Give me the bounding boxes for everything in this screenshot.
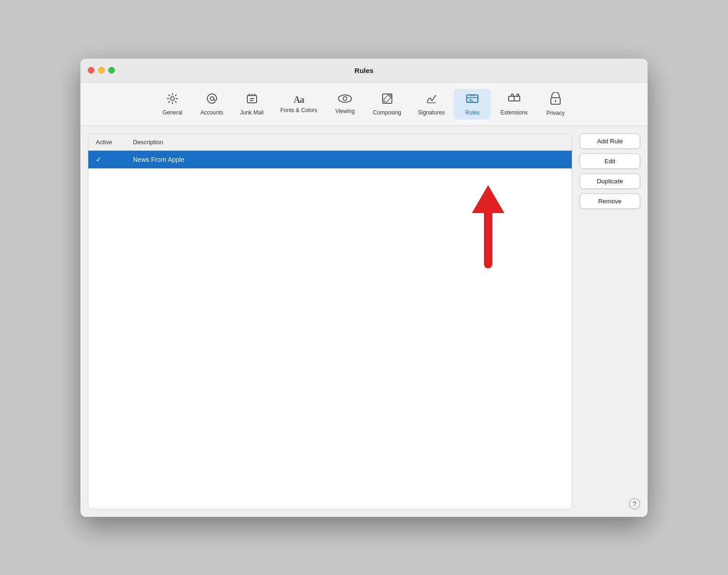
svg-point-8 (338, 95, 351, 102)
title-bar: Rules (80, 59, 648, 83)
general-label: General (163, 109, 183, 116)
toolbar-item-fonts-colors[interactable]: Aa Fonts & Colors (273, 91, 324, 117)
minimize-button[interactable] (98, 67, 105, 74)
rule-description: News From Apple (133, 156, 564, 163)
mail-preferences-window: Rules General Accounts (80, 59, 648, 517)
viewing-label: Viewing (335, 108, 355, 114)
help-button[interactable]: ? (629, 498, 640, 509)
rules-icon (466, 93, 479, 107)
svg-rect-18 (514, 96, 520, 101)
accounts-label: Accounts (200, 109, 223, 116)
composing-label: Composing (373, 109, 401, 116)
table-row[interactable]: ✓ News From Apple (88, 151, 572, 168)
fullscreen-button[interactable] (108, 67, 115, 74)
toolbar-item-junk-mail[interactable]: Junk Mail (232, 89, 271, 120)
fonts-icon: Aa (293, 95, 304, 104)
toolbar-item-viewing[interactable]: Viewing (326, 90, 364, 118)
privacy-label: Privacy (546, 110, 564, 116)
composing-icon (381, 93, 393, 107)
active-checkmark: ✓ (96, 155, 133, 164)
content-area: Active Description ✓ News From Apple Add… (80, 126, 648, 517)
svg-marker-22 (472, 185, 504, 213)
extensions-icon (508, 93, 521, 107)
toolbar-item-general[interactable]: General (154, 89, 191, 120)
rules-label: Rules (465, 109, 480, 116)
signatures-label: Signatures (418, 109, 444, 116)
toolbar-item-rules[interactable]: Rules (454, 89, 491, 120)
junk-mail-label: Junk Mail (240, 109, 264, 116)
duplicate-button[interactable]: Duplicate (580, 174, 640, 189)
toolbar-item-composing[interactable]: Composing (365, 89, 409, 120)
viewing-icon (338, 94, 352, 105)
rules-table: Active Description ✓ News From Apple (88, 134, 572, 509)
svg-point-0 (171, 97, 174, 100)
arrow-annotation (470, 181, 507, 275)
traffic-lights (88, 67, 115, 74)
gear-icon (166, 93, 179, 107)
privacy-icon (549, 92, 562, 107)
svg-point-9 (343, 97, 347, 100)
edit-button[interactable]: Edit (580, 154, 640, 169)
toolbar-item-privacy[interactable]: Privacy (537, 88, 574, 120)
svg-point-1 (210, 97, 214, 100)
window-title: Rules (355, 67, 374, 74)
table-header: Active Description (88, 134, 572, 151)
close-button[interactable] (88, 67, 94, 74)
add-rule-button[interactable]: Add Rule (580, 134, 640, 149)
remove-button[interactable]: Remove (580, 194, 640, 209)
toolbar-item-accounts[interactable]: Accounts (193, 89, 231, 120)
toolbar-item-extensions[interactable]: Extensions (493, 89, 535, 120)
fonts-colors-label: Fonts & Colors (280, 107, 317, 114)
at-icon (206, 93, 218, 107)
sidebar-buttons: Add Rule Edit Duplicate Remove (580, 134, 640, 509)
toolbar: General Accounts (80, 83, 648, 126)
extensions-label: Extensions (500, 109, 528, 116)
col-active-header: Active (96, 139, 133, 146)
junk-mail-icon (246, 93, 258, 107)
signatures-icon (425, 93, 437, 107)
svg-rect-17 (509, 96, 514, 101)
col-description-header: Description (133, 139, 564, 146)
toolbar-item-signatures[interactable]: Signatures (410, 89, 452, 120)
